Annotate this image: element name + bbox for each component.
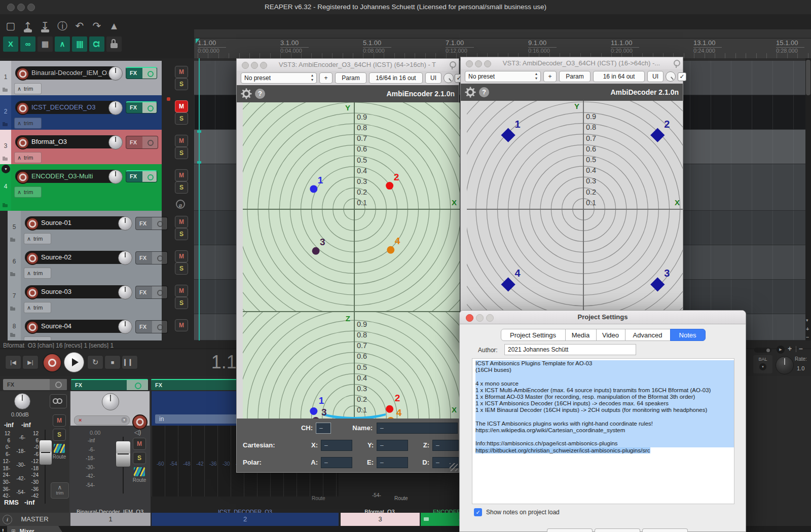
- a-field[interactable]: –: [321, 457, 352, 468]
- track-row-4[interactable]: ENCODER_O3-MultiFX∧trim: [11, 164, 162, 211]
- record-arm-button[interactable]: [26, 252, 39, 265]
- ok-button[interactable]: [547, 528, 593, 532]
- fx-button[interactable]: FX: [126, 101, 157, 113]
- project-info-icon[interactable]: ⓘ: [55, 18, 70, 33]
- fx-button[interactable]: FX: [135, 286, 168, 299]
- vzoom-plus-icon[interactable]: +: [806, 326, 809, 332]
- zoom-icon[interactable]: [484, 60, 491, 67]
- vzoom-minus-icon[interactable]: –: [806, 334, 809, 340]
- play-button[interactable]: [64, 352, 84, 372]
- mute-button[interactable]: M: [133, 438, 146, 450]
- snap-magnet-icon[interactable]: Ω: [89, 36, 104, 52]
- record-arm-button[interactable]: [16, 102, 29, 115]
- wet-knob[interactable]: [666, 71, 676, 82]
- name-field[interactable]: –: [377, 423, 458, 434]
- record-arm-button[interactable]: [26, 217, 39, 231]
- mixer-tab-shape[interactable]: ⊞ Mixer: [7, 526, 63, 532]
- minimize-icon[interactable]: [17, 4, 25, 11]
- mute-button-3[interactable]: M: [175, 135, 188, 147]
- ui-button[interactable]: UI: [647, 71, 663, 82]
- save-project-icon[interactable]: ↧: [38, 18, 53, 33]
- solo-button-7[interactable]: S: [175, 297, 188, 309]
- cancel-button[interactable]: [595, 528, 640, 532]
- fx-power-button[interactable]: [142, 136, 158, 148]
- master-solo-button[interactable]: S: [53, 429, 66, 441]
- fx-power-button[interactable]: [142, 171, 157, 182]
- preset-select[interactable]: No preset ▴▾: [465, 71, 541, 82]
- ruler-mark[interactable]: 3.1.000:04.000: [280, 39, 326, 57]
- marker-lane[interactable]: [194, 29, 811, 38]
- notes-textarea[interactable]: ICST Ambisonics Plugins Template for AO-…: [472, 358, 734, 504]
- open-project-icon[interactable]: ↥: [20, 18, 35, 33]
- fx-button[interactable]: FX: [126, 67, 157, 79]
- track-row-7[interactable]: Source-03FX∧trim: [21, 280, 162, 314]
- fx-power-button[interactable]: [142, 68, 157, 79]
- record-arm-button[interactable]: [16, 171, 29, 184]
- stereo-mode-button[interactable]: [50, 394, 67, 408]
- author-input[interactable]: 2021 Johannes Schütt: [504, 344, 636, 355]
- solo-button-1[interactable]: S: [175, 78, 188, 90]
- metronome-icon[interactable]: ▲: [106, 18, 122, 33]
- track-number-strip[interactable]: 2: [0, 95, 11, 130]
- edit-cursor[interactable]: [199, 58, 200, 340]
- mute-button-6[interactable]: M: [175, 250, 188, 262]
- tab-project-settings[interactable]: Project Settings: [501, 329, 566, 341]
- rate-value[interactable]: 1.0: [797, 365, 804, 371]
- ripple-edit-icon[interactable]: ∞: [20, 36, 35, 52]
- master-mute-button[interactable]: M: [53, 414, 66, 427]
- route-button[interactable]: [134, 467, 145, 476]
- volume-knob[interactable]: [118, 251, 132, 265]
- minimize-icon[interactable]: [475, 60, 482, 67]
- undo-icon[interactable]: ↶: [72, 18, 87, 33]
- arrange-vscrollbar[interactable]: ▾ + –: [805, 58, 811, 340]
- encoder-xz-plot[interactable]: 0.10.20.30.40.50.60.70.80.9ZX1324: [243, 311, 460, 419]
- minimize-icon[interactable]: [476, 314, 484, 322]
- solo-button-4[interactable]: S: [175, 181, 188, 194]
- mute-button-5[interactable]: M: [175, 216, 188, 228]
- zoom-in-icon[interactable]: +: [788, 345, 792, 353]
- close-icon[interactable]: [7, 4, 15, 11]
- volume-knob[interactable]: [108, 135, 123, 149]
- track-row-3[interactable]: Bformat_O3FX∧trim: [11, 130, 162, 164]
- encoder-xy-plot[interactable]: 0.10.20.30.40.50.60.70.80.9YX1234: [243, 102, 460, 311]
- zoom-icon[interactable]: [260, 62, 267, 69]
- mute-button-1[interactable]: M: [175, 66, 188, 78]
- master-gain-value[interactable]: 0.00dB: [11, 411, 47, 417]
- mute-button-7[interactable]: M: [175, 285, 188, 297]
- ruler-mark[interactable]: 11.1.000:20.000: [611, 39, 656, 57]
- new-project-icon[interactable]: ▢: [3, 18, 18, 33]
- channel-number-3[interactable]: 3: [341, 513, 420, 526]
- ruler-mark[interactable]: 7.1.000:12.000: [446, 39, 491, 57]
- volume-knob[interactable]: [118, 285, 132, 299]
- trim-envelope-button[interactable]: ∧trim: [14, 118, 42, 129]
- volume-knob[interactable]: [108, 101, 123, 115]
- show-notes-checkbox[interactable]: ✓: [474, 508, 482, 516]
- hzoom-slider[interactable]: [754, 348, 771, 353]
- track-number-strip[interactable]: 6: [8, 245, 21, 280]
- item-handle-top[interactable]: [197, 130, 201, 133]
- zoom-out-icon[interactable]: –: [799, 345, 803, 353]
- wet-knob[interactable]: [444, 73, 454, 83]
- record-arm-button[interactable]: [16, 136, 29, 149]
- fx-button[interactable]: FX: [135, 320, 168, 333]
- close-icon[interactable]: [466, 314, 473, 322]
- speaker-icon[interactable]: ◁): [134, 429, 145, 436]
- io-button[interactable]: 16 in 64 out: [593, 71, 645, 82]
- channel-fader[interactable]: [116, 441, 131, 467]
- param-button[interactable]: Param: [559, 71, 591, 82]
- track-row-8[interactable]: Source-04FX∧trim: [21, 314, 162, 340]
- tab-advanced[interactable]: Advanced: [625, 329, 671, 341]
- ruler-mark[interactable]: 5.1.000:08.000: [363, 39, 409, 57]
- automation-global[interactable]: BAL ▼: [753, 355, 772, 373]
- mute-button-8[interactable]: M: [175, 319, 188, 331]
- record-arm-button[interactable]: [26, 286, 39, 299]
- trim-envelope-button[interactable]: ∧trim: [14, 152, 42, 163]
- volume-knob[interactable]: [118, 216, 132, 231]
- solo-button-6[interactable]: S: [175, 262, 188, 275]
- solo-button-3[interactable]: S: [175, 147, 188, 159]
- phase-button[interactable]: ⌀: [176, 200, 185, 209]
- ui-button[interactable]: UI: [425, 72, 441, 84]
- solo-button-5[interactable]: S: [175, 228, 188, 240]
- volume-knob[interactable]: [108, 170, 123, 184]
- trim-envelope-button[interactable]: ∧trim: [14, 83, 42, 94]
